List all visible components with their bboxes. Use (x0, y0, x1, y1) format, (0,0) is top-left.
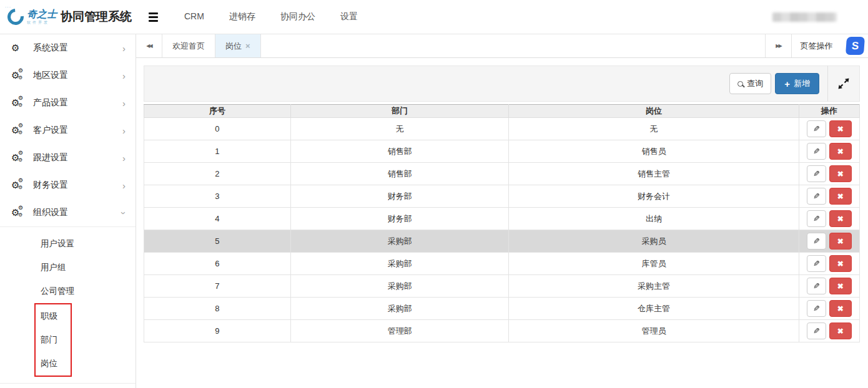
cell-position: 出纳 (509, 208, 799, 230)
cell-position: 无 (509, 118, 799, 140)
table-row[interactable]: 9管理部管理员✎✖ (144, 320, 860, 342)
menu-toggle-icon[interactable] (149, 12, 158, 22)
nav-item[interactable]: CRM (184, 11, 204, 22)
table-row[interactable]: 7采购部采购主管✎✖ (144, 275, 860, 298)
brand: 奇之士 软件开发 协同管理系统 (0, 9, 136, 25)
cell-actions: ✎✖ (799, 185, 859, 208)
delete-button[interactable]: ✖ (829, 278, 852, 294)
cell-index: 0 (144, 118, 291, 140)
table-row[interactable]: 6采购部库管员✎✖ (144, 253, 860, 275)
app-header: ··· 奇之士 软件开发 协同管理系统 CRM进销存协同办公设置 (0, 0, 868, 34)
edit-button[interactable]: ✎ (807, 143, 826, 160)
table-row[interactable]: 2销售部销售主管✎✖ (144, 163, 860, 185)
fullscreen-toggle[interactable] (828, 77, 859, 90)
table-row[interactable]: 3财务部财务会计✎✖ (144, 185, 860, 208)
delete-button[interactable]: ✖ (829, 188, 852, 205)
delete-button[interactable]: ✖ (829, 120, 852, 137)
sidebar-item[interactable]: ⚙⚙⚙地区设置› (0, 62, 136, 89)
tab-bar: ◀◀ 欢迎首页岗位× ▶▶ 页签操作 S (136, 34, 868, 58)
chevron-down-icon: › (119, 211, 129, 215)
tab-operations-button[interactable]: 页签操作 (791, 34, 841, 57)
edit-button[interactable]: ✎ (807, 210, 826, 227)
cell-department: 采购部 (290, 275, 509, 298)
delete-button[interactable]: ✖ (829, 233, 852, 250)
sidebar-item-label: 客户设置 (33, 125, 122, 136)
sidebar-subitem[interactable]: 用户设置 (0, 232, 136, 256)
delete-button[interactable]: ✖ (829, 210, 852, 227)
tab[interactable]: 欢迎首页 (162, 34, 215, 57)
content-panel: 查询 + 新增 序号部门岗 (144, 65, 860, 342)
cell-position: 管理员 (509, 320, 799, 342)
table-row[interactable]: 8采购部仓库主管✎✖ (144, 298, 860, 320)
edit-button[interactable]: ✎ (807, 165, 826, 182)
nav-item[interactable]: 设置 (340, 11, 358, 22)
redacted-username (772, 12, 837, 22)
delete-button[interactable]: ✖ (829, 165, 852, 182)
cell-position: 采购主管 (509, 275, 799, 298)
cell-position: 采购员 (509, 230, 799, 253)
table-row[interactable]: 4财务部出纳✎✖ (144, 208, 860, 230)
cell-index: 3 (144, 185, 291, 208)
edit-button[interactable]: ✎ (807, 300, 826, 317)
nav-item[interactable]: 进销存 (229, 11, 255, 22)
delete-button[interactable]: ✖ (829, 255, 852, 272)
cell-index: 9 (144, 320, 291, 342)
cell-department: 采购部 (290, 253, 509, 275)
cell-index: 6 (144, 253, 291, 275)
table-row[interactable]: 5采购部采购员✎✖ (144, 230, 860, 253)
scroll-tabs-right-icon[interactable]: ▶▶ (765, 34, 791, 57)
sidebar: ⚙系统设置›⚙⚙⚙地区设置›⚙⚙⚙产品设置›⚙⚙⚙客户设置›⚙⚙⚙跟进设置›⚙⚙… (0, 34, 136, 388)
edit-icon: ✎ (813, 236, 820, 246)
delete-button[interactable]: ✖ (829, 300, 852, 317)
sidebar-item[interactable]: ⚙系统设置› (0, 34, 136, 62)
sidebar-item[interactable]: ⚙⚙⚙组织设置› (0, 199, 136, 226)
sidebar-item-label: 组织设置 (33, 207, 122, 218)
delete-button[interactable]: ✖ (829, 143, 852, 160)
add-button[interactable]: + 新增 (775, 73, 819, 94)
edit-button[interactable]: ✎ (807, 233, 826, 250)
sidebar-item[interactable]: ⚙⚙⚙财务设置› (0, 172, 136, 199)
sidebar-item[interactable]: ⚙⚙⚙产品设置› (0, 89, 136, 117)
cell-position: 仓库主管 (509, 298, 799, 320)
edit-icon: ✎ (813, 169, 820, 178)
table-row[interactable]: 1销售部销售员✎✖ (144, 140, 860, 163)
delete-button[interactable]: ✖ (829, 323, 852, 339)
sidebar-item[interactable]: ⚙⚙⚙客户设置› (0, 117, 136, 144)
sidebar-submenu: 用户设置用户组公司管理职级部门岗位 (0, 226, 136, 384)
gears-icon: ⚙⚙⚙ (11, 70, 24, 81)
sidebar-item[interactable]: ⚙⚙⚙跟进设置› (0, 144, 136, 172)
sidebar-subitem[interactable]: 用户组 (0, 256, 136, 279)
edit-button[interactable]: ✎ (807, 323, 826, 339)
search-icon (737, 81, 743, 87)
cell-index: 1 (144, 140, 291, 163)
sidebar-subitem[interactable]: 部门 (36, 328, 71, 352)
edit-button[interactable]: ✎ (807, 120, 826, 137)
cell-department: 财务部 (290, 208, 509, 230)
sidebar-subitem[interactable]: 职级 (36, 304, 71, 328)
cell-position: 财务会计 (509, 185, 799, 208)
table-row[interactable]: 0无无✎✖ (144, 118, 860, 140)
gears-icon: ⚙⚙⚙ (11, 207, 24, 218)
cell-actions: ✎✖ (799, 275, 859, 298)
browser-extension-icon[interactable]: S (846, 37, 865, 55)
tab[interactable]: 岗位× (215, 34, 261, 57)
nav-item[interactable]: 协同办公 (280, 11, 315, 22)
edit-button[interactable]: ✎ (807, 188, 826, 205)
sidebar-subitem[interactable]: 岗位 (36, 352, 71, 376)
gears-icon: ⚙⚙⚙ (11, 125, 24, 136)
tab-label: 欢迎首页 (172, 41, 205, 52)
cell-actions: ✎✖ (799, 320, 859, 342)
positions-table: 序号部门岗位操作 0无无✎✖1销售部销售员✎✖2销售部销售主管✎✖3财务部财务会… (144, 104, 860, 342)
scroll-tabs-left-icon[interactable]: ◀◀ (136, 34, 162, 57)
edit-button[interactable]: ✎ (807, 255, 826, 272)
search-button[interactable]: 查询 (729, 73, 771, 94)
brand-name: 奇之士 (27, 9, 57, 19)
close-icon[interactable]: × (245, 41, 250, 51)
edit-icon: ✎ (813, 192, 820, 201)
edit-icon: ✎ (813, 326, 820, 336)
edit-button[interactable]: ✎ (807, 278, 826, 294)
sidebar-subitem[interactable]: 公司管理 (0, 279, 136, 303)
cell-index: 5 (144, 230, 291, 253)
column-header: 部门 (290, 105, 509, 118)
chevron-right-icon: › (122, 153, 126, 163)
